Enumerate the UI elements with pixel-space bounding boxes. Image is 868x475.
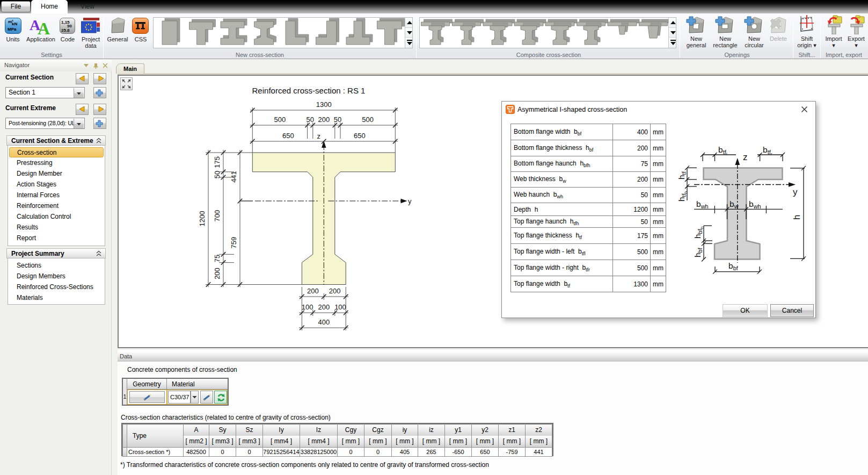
svg-text:hbfh: hbfh bbox=[693, 227, 704, 239]
svg-text:z: z bbox=[743, 152, 748, 162]
svg-text:200: 200 bbox=[329, 287, 341, 295]
svg-text:z: z bbox=[317, 132, 321, 140]
svg-text:bwh: bwh bbox=[749, 199, 761, 210]
svg-text:htfh: htfh bbox=[677, 191, 688, 201]
svg-text:441: 441 bbox=[230, 171, 238, 183]
svg-text:bbf: bbf bbox=[728, 261, 739, 271]
svg-text:75: 75 bbox=[213, 255, 221, 262]
svg-text:650: 650 bbox=[354, 132, 366, 140]
svg-text:1200: 1200 bbox=[198, 211, 206, 227]
svg-text:25.8: 25.8 bbox=[61, 28, 70, 33]
svg-text:1300: 1300 bbox=[316, 100, 332, 109]
svg-text:htf: htf bbox=[677, 171, 687, 179]
svg-text:y: y bbox=[793, 187, 798, 197]
svg-text:y: y bbox=[408, 197, 412, 205]
svg-text:200: 200 bbox=[213, 268, 221, 279]
svg-text:h: h bbox=[792, 215, 802, 220]
svg-text:650: 650 bbox=[282, 132, 294, 140]
svg-text:kN: kN bbox=[12, 21, 17, 26]
svg-text:759: 759 bbox=[230, 237, 238, 249]
svg-text:Reinforced cross-section : RS: Reinforced cross-section : RS 1 bbox=[252, 86, 366, 95]
svg-text:200: 200 bbox=[318, 303, 330, 311]
svg-text:700: 700 bbox=[213, 210, 221, 222]
svg-text:50: 50 bbox=[306, 116, 313, 124]
svg-text:500: 500 bbox=[362, 116, 374, 124]
svg-text:50: 50 bbox=[213, 171, 221, 178]
svg-text:hbf: hbf bbox=[693, 247, 703, 257]
svg-text:MPa: MPa bbox=[8, 27, 17, 32]
svg-text:bwh: bwh bbox=[696, 199, 709, 210]
svg-text:100: 100 bbox=[302, 303, 313, 311]
svg-text:175: 175 bbox=[213, 156, 221, 168]
svg-text:400: 400 bbox=[318, 318, 330, 326]
svg-text:50: 50 bbox=[334, 116, 341, 124]
svg-text:100: 100 bbox=[334, 303, 346, 311]
svg-text:200: 200 bbox=[307, 287, 319, 295]
svg-text:500: 500 bbox=[274, 116, 286, 124]
svg-text:200: 200 bbox=[318, 116, 330, 124]
